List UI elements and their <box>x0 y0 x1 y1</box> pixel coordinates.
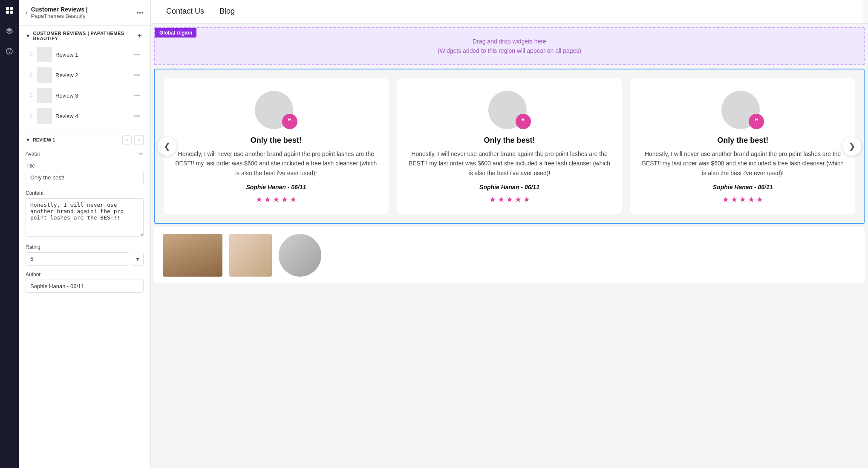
review-item-name: Review 4 <box>55 113 130 119</box>
reviews-grid: ❮ ❞ Only the best! Honestly, I will neve… <box>164 78 855 214</box>
rating-input[interactable] <box>26 252 129 266</box>
svg-rect-1 <box>10 7 13 10</box>
sidebar-header: ‹ Customer Reviews | PapaThemes Beautify… <box>19 0 150 26</box>
review-avatar-wrap: ❞ <box>721 91 764 129</box>
drag-handle-icon[interactable]: ⠿ <box>29 113 33 119</box>
svg-point-5 <box>8 49 9 51</box>
nav-next-button[interactable]: › <box>134 135 144 144</box>
star-icon: ★ <box>731 195 738 204</box>
carousel-prev-button[interactable]: ❮ <box>158 137 176 156</box>
star-icon: ★ <box>756 195 763 204</box>
reviews-section: ❮ ❞ Only the best! Honestly, I will neve… <box>154 69 865 224</box>
sidebar-subtitle: PapaThemes Beautify <box>31 13 88 19</box>
review-card-text: Honestly, I will never use another brand… <box>640 149 845 178</box>
collapse-chevron-icon[interactable]: ▼ <box>26 137 30 142</box>
drag-drop-text: Drag and drop widgets here <box>164 37 855 46</box>
section-group-header: ▼ CUSTOMER REVIEWS | PAPATHEMES BEAUTIFY… <box>26 31 144 41</box>
review-item[interactable]: ⠿ Review 3 ••• <box>26 85 144 106</box>
left-toolbar <box>0 0 19 468</box>
drag-handle-icon[interactable]: ⠿ <box>29 51 33 58</box>
drag-drop-subtext: (Widgets added to this region will appea… <box>164 46 855 55</box>
review-items-list: ⠿ Review 1 ••• ⠿ Review 2 ••• ⠿ Review 3… <box>26 44 144 126</box>
star-icon: ★ <box>722 195 729 204</box>
sidebar: ‹ Customer Reviews | PapaThemes Beautify… <box>19 0 151 468</box>
section-group: ▼ CUSTOMER REVIEWS | PAPATHEMES BEAUTIFY… <box>19 26 150 130</box>
review-item[interactable]: ⠿ Review 4 ••• <box>26 106 144 126</box>
review-quote-badge: ❞ <box>749 114 764 129</box>
title-label: Title <box>26 163 144 169</box>
content-field-group: Content Honestly, I will never use anoth… <box>26 190 144 238</box>
rating-label: Rating <box>26 244 144 250</box>
more-options-button[interactable]: ••• <box>136 9 144 17</box>
star-icon: ★ <box>256 195 262 204</box>
review-card-title: Only the best! <box>251 136 302 145</box>
star-icon: ★ <box>523 195 530 204</box>
review-item-name: Review 2 <box>55 72 130 78</box>
review-stars: ★ ★ ★ ★ ★ <box>722 195 763 204</box>
main-content: Contact Us Blog Global region Drag and d… <box>151 0 868 468</box>
author-input[interactable] <box>26 280 144 293</box>
review-card-title: Only the best! <box>717 136 768 145</box>
preview-image-2 <box>229 234 272 277</box>
preview-image-inner <box>163 234 222 277</box>
author-field-group: Author <box>26 272 144 293</box>
item-more-icon[interactable]: ••• <box>134 113 140 119</box>
review-avatar-wrap: ❞ <box>488 91 531 129</box>
svg-rect-2 <box>6 11 9 14</box>
star-icon: ★ <box>273 195 280 204</box>
review-quote-badge: ❞ <box>282 114 297 129</box>
star-icon: ★ <box>498 195 505 204</box>
layers-icon[interactable] <box>3 25 15 37</box>
item-more-icon[interactable]: ••• <box>134 72 140 78</box>
avatar-label: Avatar ✏ <box>26 150 144 157</box>
item-more-icon[interactable]: ••• <box>134 92 140 99</box>
rating-select-row: ▼ <box>26 252 144 266</box>
review-stars: ★ ★ ★ ★ ★ <box>489 195 530 204</box>
title-input[interactable] <box>26 171 144 184</box>
preview-image-1 <box>163 234 222 277</box>
drag-handle-icon[interactable]: ⠿ <box>29 92 33 99</box>
sidebar-title: Customer Reviews | <box>31 6 88 13</box>
review-card-title: Only the best! <box>484 136 535 145</box>
review-item[interactable]: ⠿ Review 2 ••• <box>26 65 144 85</box>
title-field-group: Title <box>26 163 144 184</box>
svg-rect-3 <box>10 11 13 14</box>
drag-handle-icon[interactable]: ⠿ <box>29 72 33 78</box>
global-region: Global region Drag and drop widgets here… <box>154 27 865 65</box>
author-label: Author <box>26 272 144 277</box>
review-author: Sophie Hanan - 06/11 <box>479 184 539 191</box>
sidebar-header-left: ‹ Customer Reviews | PapaThemes Beautify <box>26 6 88 19</box>
global-region-badge: Global region <box>155 28 196 38</box>
svg-point-4 <box>6 48 12 54</box>
review-item-name: Review 1 <box>55 52 130 58</box>
review-thumbnail <box>37 88 52 103</box>
tab-contact-us[interactable]: Contact Us <box>159 0 211 23</box>
review-thumbnail <box>37 108 52 124</box>
tab-blog[interactable]: Blog <box>213 0 242 23</box>
star-icon: ★ <box>264 195 271 204</box>
collapse-chevron-icon[interactable]: ▼ <box>26 33 30 38</box>
carousel-next-button[interactable]: ❯ <box>842 137 861 156</box>
item-more-icon[interactable]: ••• <box>134 51 140 58</box>
preview-image-3 <box>279 234 321 277</box>
review-thumbnail <box>37 67 52 83</box>
review-card: ❞ Only the best! Honestly, I will never … <box>397 78 622 214</box>
back-button[interactable]: ‹ <box>26 9 28 16</box>
nav-prev-button[interactable]: ‹ <box>122 135 132 144</box>
review-avatar-wrap: ❞ <box>255 91 297 129</box>
nav-scrollbar <box>863 0 868 23</box>
bottom-preview <box>154 227 865 283</box>
grid-icon[interactable] <box>3 4 15 16</box>
review1-title: ▼ REVIEW 1 <box>26 137 55 142</box>
add-section-button[interactable]: + <box>136 31 144 40</box>
avatar-edit-button[interactable]: ✏ <box>139 150 144 157</box>
review-item[interactable]: ⠿ Review 1 ••• <box>26 44 144 65</box>
palette-icon[interactable] <box>3 45 15 57</box>
nav-tabs: Contact Us Blog <box>151 0 868 24</box>
review-card: ❞ Only the best! Honestly, I will never … <box>164 78 389 214</box>
review1-section: ▼ REVIEW 1 ‹ › Avatar ✏ Title Con <box>19 130 150 304</box>
review-author: Sophie Hanan - 06/11 <box>713 184 773 191</box>
review-item-name: Review 3 <box>55 92 130 99</box>
content-textarea[interactable]: Honestly, I will never use another brand… <box>26 198 144 237</box>
rating-dropdown-button[interactable]: ▼ <box>132 253 144 266</box>
